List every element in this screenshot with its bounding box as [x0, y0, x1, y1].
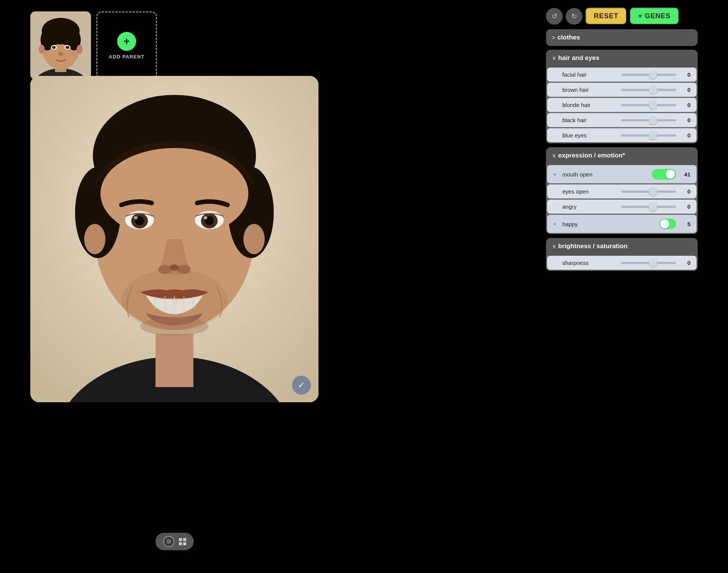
grid-button[interactable] [179, 538, 186, 545]
trait-row-facial-hair: facial hair 0 [547, 68, 697, 82]
expression-label: expression / emotion* [558, 152, 625, 159]
blonde-hair-slider[interactable] [621, 104, 676, 106]
hair-eyes-body: facial hair 0 brown hair 0 [546, 68, 698, 142]
trait-row-brown-hair: brown hair 0 [547, 83, 697, 97]
expression-body: × mouth open 41 eyes open 0 [546, 165, 698, 233]
svg-point-24 [100, 148, 248, 239]
eyes-open-slider[interactable] [621, 190, 676, 193]
right-panel: ↺ ↻ RESET + GENES > clothes ∨ hair and e… [546, 8, 698, 275]
svg-point-33 [134, 216, 138, 219]
brown-hair-slider[interactable] [621, 89, 676, 91]
black-hair-slider[interactable] [621, 119, 676, 121]
facial-hair-slider[interactable] [621, 74, 676, 76]
brightness-section-header[interactable]: ∨ brightness / saturation [546, 238, 698, 255]
trait-row-black-hair: black hair 0 [547, 113, 697, 127]
trait-row-sharpness: sharpness 0 [547, 256, 697, 270]
trait-row-mouth-open: × mouth open 41 [547, 165, 697, 183]
trait-row-angry: angry 0 [547, 200, 697, 214]
svg-point-12 [66, 46, 69, 49]
angry-slider[interactable] [621, 206, 676, 208]
reset-button[interactable]: RESET [585, 8, 627, 25]
trait-row-happy: × happy 5 [547, 215, 697, 233]
main-face-image: ✓ [30, 76, 318, 402]
trait-row-eyes-open: eyes open 0 [547, 184, 697, 198]
person-thumbnail[interactable] [30, 11, 91, 80]
trait-row-blue-eyes: blue eyes 0 [547, 128, 697, 142]
checkmark-badge[interactable]: ✓ [292, 376, 311, 395]
svg-point-8 [77, 45, 83, 54]
brightness-body: sharpness 0 [546, 256, 698, 270]
expression-section-header[interactable]: ∨ expression / emotion* [546, 147, 698, 164]
redo-button[interactable]: ↻ [566, 8, 582, 25]
svg-point-34 [204, 216, 207, 219]
expression-section: ∨ expression / emotion* × mouth open 41 … [546, 147, 698, 234]
genes-button[interactable]: + GENES [630, 8, 679, 25]
svg-rect-19 [155, 334, 193, 387]
svg-rect-14 [64, 43, 71, 45]
clothes-label: clothes [557, 34, 580, 41]
hair-eyes-section: ∨ hair and eyes facial hair 0 brown hair [546, 50, 698, 143]
add-parent-label: ADD PARENT [109, 54, 144, 60]
mouth-open-toggle[interactable] [652, 169, 676, 179]
svg-point-44 [121, 269, 228, 330]
add-parent-button[interactable]: + ADD PARENT [96, 11, 157, 80]
undo-button[interactable]: ↺ [546, 8, 563, 25]
brightness-label: brightness / saturation [558, 242, 628, 250]
hair-eyes-section-header[interactable]: ∨ hair and eyes [546, 50, 698, 66]
toolbar: ↺ ↻ RESET + GENES [546, 8, 698, 25]
trait-row-blonde-hair: blonde hair 0 [547, 98, 697, 112]
svg-point-7 [39, 45, 45, 54]
blue-eyes-slider[interactable] [621, 134, 676, 137]
happy-toggle[interactable] [659, 219, 676, 229]
record-button[interactable] [163, 536, 174, 547]
clothes-section: > clothes [546, 29, 698, 46]
svg-point-15 [58, 52, 63, 56]
svg-point-11 [52, 46, 56, 49]
svg-rect-13 [50, 43, 57, 45]
svg-point-26 [243, 224, 265, 254]
brightness-section: ∨ brightness / saturation sharpness 0 [546, 238, 698, 271]
clothes-section-header[interactable]: > clothes [546, 29, 698, 46]
svg-point-25 [84, 224, 105, 254]
hair-eyes-label: hair and eyes [558, 54, 599, 62]
bottom-controls [155, 533, 194, 550]
sharpness-slider[interactable] [621, 262, 676, 264]
add-parent-icon: + [117, 32, 136, 51]
